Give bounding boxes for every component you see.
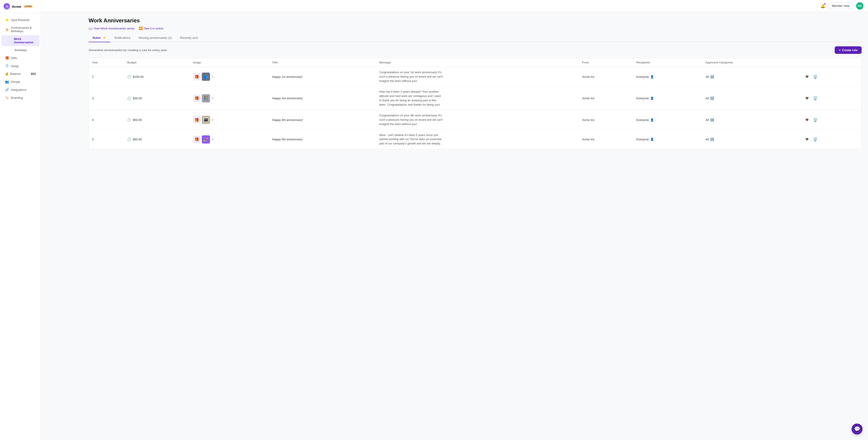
cell-title-0: Happy 1st anniversary!	[269, 67, 376, 87]
delete-button-3[interactable]: 🗑️	[812, 136, 818, 143]
sidebar-item-branding[interactable]: 🏷️Branding	[1, 94, 39, 101]
delete-button-1[interactable]: 🗑️	[812, 95, 818, 101]
sidebar-item-work-anniversaries[interactable]: Work Anniversaries	[1, 35, 39, 46]
sidebar-item-spot-rewards[interactable]: ⭐Spot Rewards	[1, 16, 39, 24]
see-action-link[interactable]: ▶️ See it in action	[139, 27, 163, 30]
help-links: 📖 How Work Anniversaries works ▶️ See it…	[89, 27, 862, 30]
tab-recently-sent[interactable]: Recently sent	[176, 34, 202, 42]
plus-icon: +	[839, 49, 841, 52]
sidebar-item-label-anniversaries-birthdays: Anniversaries & Birthdays	[11, 26, 36, 33]
notification-icon[interactable]: 🔔	[820, 3, 825, 8]
info-icon: ℹ️	[710, 137, 714, 141]
budget-amount: $150.00	[133, 75, 144, 78]
admin-badge: ADMIN	[23, 5, 33, 8]
clock-icon: 🕐	[127, 97, 131, 100]
view-button-2[interactable]: 👁️	[804, 117, 810, 123]
play-icon: ▶️	[139, 27, 143, 30]
budget-amount: $60.00	[133, 137, 142, 141]
topbar: 🔔 Member view GS	[41, 0, 868, 12]
sidebar-item-gifts[interactable]: 🎁Gifts	[1, 54, 39, 62]
categories-text: All	[706, 75, 709, 78]
sidebar-item-label-integrations: Integrations	[11, 88, 27, 92]
cell-recipients-0: Everyone 👤	[633, 67, 702, 87]
rules-table: Year Budget Image Title Message From Rec…	[89, 58, 862, 149]
cell-actions-1: 👁️ 🗑️	[801, 87, 861, 110]
recipients-text: Everyone	[636, 137, 649, 141]
tab-rules[interactable]: Rules ⚡	[89, 34, 110, 42]
cell-image-3: 🎁 🎉 ↻	[190, 130, 269, 149]
sidebar-item-swag[interactable]: 👕Swag	[1, 62, 39, 70]
info-icon: ℹ️	[710, 75, 714, 78]
sidebar-item-people[interactable]: 👥People	[1, 78, 39, 86]
cell-title-1: Happy 3rd anniversary!	[269, 87, 376, 110]
cell-categories-2: All ℹ️	[702, 110, 801, 130]
notification-dot	[824, 3, 826, 5]
sidebar-item-birthdays[interactable]: Birthdays	[1, 46, 39, 54]
tabs-bar: Rules ⚡ Notifications Missing anniversar…	[89, 34, 862, 42]
cell-image-0: 🎁 👥 ↻	[190, 67, 269, 87]
user-icon: 👤	[650, 137, 654, 141]
col-image: Image	[190, 58, 269, 67]
cell-from-2: Acme Inc	[579, 110, 633, 130]
thumbnail: 👨‍👩‍👧	[202, 116, 210, 124]
main-content: Work Anniversaries 📖 How Work Anniversar…	[82, 12, 868, 440]
col-from: From	[579, 58, 633, 67]
cell-budget-0: 🕐 $150.00	[124, 67, 190, 87]
balance-label: 💰Balance	[5, 72, 21, 75]
sidebar-item-label-people: People	[11, 80, 20, 84]
sidebar-item-balance[interactable]: 💰Balance$52	[1, 70, 39, 77]
page-title: Work Anniversaries	[89, 17, 862, 24]
cell-message-1: How has it been 3 years already? Your po…	[376, 87, 579, 110]
nav-icon-branding: 🏷️	[5, 96, 9, 99]
subtitle-row: Streamline anniversaries by creating a r…	[89, 46, 862, 54]
cell-title-3: Happy 5th anniversary!	[269, 130, 376, 149]
nav-icon-gifts: 🎁	[5, 56, 9, 60]
sidebar-item-anniversaries-birthdays[interactable]: 🎂Anniversaries & Birthdays	[1, 24, 39, 35]
delete-button-0[interactable]: 🗑️	[812, 74, 818, 80]
delete-button-2[interactable]: 🗑️	[812, 117, 818, 123]
categories-text: All	[706, 97, 709, 100]
cell-categories-0: All ℹ️	[702, 67, 801, 87]
cell-budget-2: 🕐 $50.00	[124, 110, 190, 130]
how-works-link[interactable]: 📖 How Work Anniversaries works	[89, 27, 135, 30]
company-name: Acme	[12, 5, 21, 8]
member-view-button[interactable]: Member view	[829, 2, 853, 9]
nav-icon-integrations: 🔗	[5, 88, 9, 92]
view-button-0[interactable]: 👁️	[804, 74, 810, 80]
cell-title-2: Happy 4th anniversary!	[269, 110, 376, 130]
recipients-text: Everyone	[636, 75, 649, 78]
table-row: 4 🕐 $50.00 🎁 👨‍👩‍👧 ↻ Happy 4th anniversa…	[89, 110, 861, 130]
rules-emoji: ⚡	[102, 36, 106, 39]
cell-budget-1: 🕐 $30.00	[124, 87, 190, 110]
sidebar-item-label-swag: Swag	[11, 64, 19, 68]
categories-text: All	[706, 118, 709, 122]
cell-recipients-1: Everyone 👤	[633, 87, 702, 110]
cell-image-1: 🎁 👫 ↻	[190, 87, 269, 110]
user-avatar[interactable]: GS	[856, 2, 863, 9]
chat-bubble[interactable]: 💬	[851, 423, 863, 435]
cell-from-0: Acme Inc	[579, 67, 633, 87]
col-actions	[801, 58, 861, 67]
sidebar-item-label-spot-rewards: Spot Rewards	[11, 18, 30, 22]
sidebar-item-integrations[interactable]: 🔗Integrations	[1, 86, 39, 94]
thumbnail: 👫	[202, 94, 210, 102]
thumbnail: 🎉	[202, 135, 210, 144]
budget-amount: $50.00	[133, 118, 142, 122]
tab-notifications[interactable]: Notifications	[110, 34, 135, 42]
sidebar-nav: ⭐Spot Rewards🎂Anniversaries & BirthdaysW…	[0, 13, 41, 440]
refresh-icon[interactable]: ↻	[211, 137, 214, 141]
refresh-icon[interactable]: ↻	[211, 75, 214, 78]
cell-year-0: 2	[89, 67, 124, 87]
create-rule-button[interactable]: + Create rule	[835, 46, 862, 54]
book-icon: 📖	[89, 27, 92, 30]
col-title: Title	[269, 58, 376, 67]
refresh-icon[interactable]: ↻	[211, 97, 214, 100]
view-button-3[interactable]: 👁️	[804, 136, 810, 143]
tab-missing[interactable]: Missing anniversaries (1)	[135, 34, 176, 42]
view-button-1[interactable]: 👁️	[804, 95, 810, 101]
cell-image-2: 🎁 👨‍👩‍👧 ↻	[190, 110, 269, 130]
cell-recipients-2: Everyone 👤	[633, 110, 702, 130]
refresh-icon[interactable]: ↻	[211, 118, 214, 122]
table-row: 5 🕐 $60.00 🎁 🎉 ↻ Happy 5th anniversary! …	[89, 130, 861, 149]
gift-icon: 🎁	[193, 95, 200, 102]
